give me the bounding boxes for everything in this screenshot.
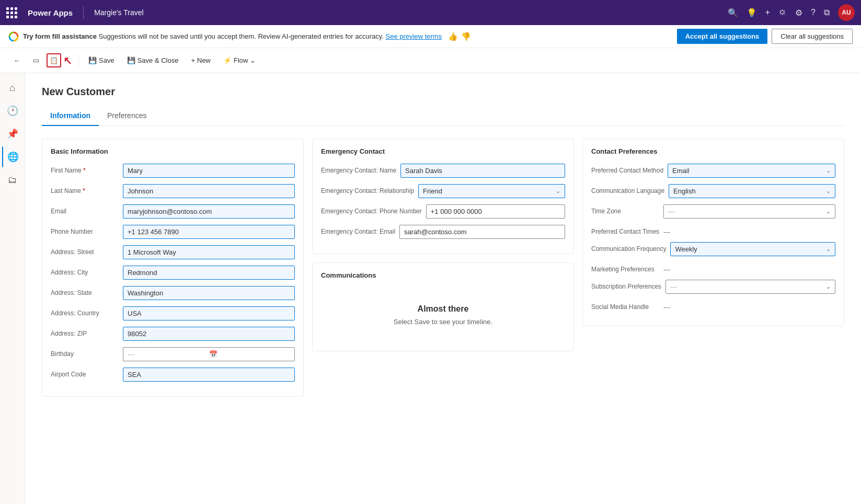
contact-preferences-section: Contact Preferences Preferred Contact Me… — [582, 139, 844, 326]
ec-name-input[interactable] — [400, 164, 565, 178]
street-field: Address: Street — [51, 245, 295, 259]
communication-language-label: Communication Language — [591, 184, 664, 194]
grid-menu-button[interactable] — [6, 7, 17, 18]
social-media-handle-label: Social Media Handle — [591, 300, 659, 311]
state-input[interactable] — [123, 286, 295, 300]
zip-input[interactable] — [123, 327, 295, 341]
preferred-contact-method-label: Preferred Contact Method — [591, 164, 663, 174]
subscription-chevron-icon: ⌄ — [826, 283, 831, 290]
ai-banner-badge: Try form fill assistance — [23, 32, 97, 40]
top-navigation: Power Apps Margie's Travel 🔍 💡 + ⛭ ⚙ ? ⧉… — [0, 0, 861, 25]
accept-all-button[interactable]: Accept all suggestions — [677, 29, 768, 44]
form-sections: Basic Information First Name * Last Name… — [42, 139, 844, 397]
ec-email-label: Emergency Contact: Email — [321, 225, 395, 235]
communications-title: Communications — [321, 271, 565, 279]
sidebar-item-globe[interactable]: 🌐 — [2, 146, 23, 167]
lightbulb-icon[interactable]: 💡 — [747, 8, 757, 18]
communication-language-select[interactable]: English ⌄ — [669, 184, 835, 198]
avatar[interactable]: AU — [838, 4, 855, 21]
clear-all-button[interactable]: Clear all suggestions — [772, 29, 853, 44]
contact-preferences-title: Contact Preferences — [591, 147, 835, 155]
paste-icon: 📋 — [50, 56, 58, 64]
almost-there-heading: Almost there — [329, 304, 557, 314]
last-name-input[interactable] — [123, 184, 295, 198]
share-icon[interactable]: ⧉ — [824, 8, 830, 17]
flow-label: Flow — [234, 56, 248, 64]
main-content: New Customer Information Preferences Bas… — [25, 73, 861, 504]
filter-icon[interactable]: ⛭ — [778, 8, 787, 17]
sidebar-item-pin[interactable]: 📌 — [2, 123, 23, 144]
help-icon[interactable]: ? — [811, 8, 816, 17]
sidebar-item-database[interactable]: 🗂 — [2, 169, 23, 190]
arrow-indicator: ↖ — [63, 54, 72, 67]
tab-bar: Information Preferences — [42, 106, 844, 126]
tab-information[interactable]: Information — [42, 106, 99, 126]
last-name-field: Last Name * — [51, 184, 295, 198]
app-name[interactable]: Margie's Travel — [88, 8, 150, 17]
timezone-chevron-icon: ⌄ — [826, 208, 831, 215]
airport-input[interactable] — [123, 368, 295, 382]
ec-email-input[interactable] — [399, 225, 565, 239]
brand-label: Power Apps — [21, 8, 79, 17]
country-input[interactable] — [123, 306, 295, 320]
ec-relationship-select[interactable]: Friend ⌄ — [418, 184, 565, 198]
phone-label: Phone Number — [51, 225, 119, 235]
save-close-label: Save & Close — [137, 56, 179, 64]
calendar-icon[interactable]: 📅 — [209, 350, 291, 358]
city-input[interactable] — [123, 266, 295, 280]
country-field: Address: Country — [51, 306, 295, 320]
first-name-input[interactable] — [123, 164, 295, 178]
phone-input[interactable] — [123, 225, 295, 239]
search-icon[interactable]: 🔍 — [728, 8, 738, 18]
new-button[interactable]: + New — [186, 53, 216, 67]
new-window-icon: ▭ — [33, 56, 39, 64]
zip-field: Address: ZIP — [51, 327, 295, 341]
app-layout: ⌂ 🕐 📌 🌐 🗂 New Customer Information Prefe… — [0, 73, 861, 504]
thumbs-down-icon[interactable]: 👎 — [461, 32, 471, 41]
marketing-preferences-value: --- — [663, 262, 670, 273]
country-label: Address: Country — [51, 306, 119, 317]
preferred-contact-chevron-icon: ⌄ — [826, 167, 831, 174]
save-close-icon: 💾 — [127, 56, 135, 64]
tab-preferences[interactable]: Preferences — [99, 106, 155, 126]
flow-button[interactable]: ⚡ Flow ⌄ — [218, 53, 261, 67]
timezone-select[interactable]: --- ⌄ — [663, 204, 835, 219]
subscription-preferences-select[interactable]: --- ⌄ — [665, 280, 835, 294]
paste-button[interactable]: 📋 — [47, 53, 61, 67]
ai-banner: Try form fill assistance Suggestions wil… — [0, 25, 861, 48]
settings-icon[interactable]: ⚙ — [795, 8, 802, 18]
save-button[interactable]: 💾 Save — [83, 53, 120, 67]
marketing-preferences-field: Marketing Preferences --- — [591, 262, 835, 273]
preferred-contact-method-select[interactable]: Email ⌄ — [668, 164, 835, 178]
birthday-date-picker[interactable]: --- 📅 — [123, 347, 295, 361]
first-name-label: First Name * — [51, 164, 119, 174]
email-input[interactable] — [123, 204, 295, 219]
plus-icon[interactable]: + — [765, 8, 770, 17]
communication-frequency-select[interactable]: Weekly ⌄ — [670, 242, 835, 256]
page-title: New Customer — [42, 86, 844, 98]
thumbs-up-icon[interactable]: 👍 — [448, 32, 458, 41]
sidebar-item-home[interactable]: ⌂ — [2, 77, 23, 98]
flow-icon: ⚡ — [223, 56, 232, 64]
back-icon: ← — [14, 56, 20, 64]
back-button[interactable]: ← — [8, 53, 26, 67]
ec-name-label: Emergency Contact: Name — [321, 164, 396, 174]
sidebar-item-clock[interactable]: 🕐 — [2, 100, 23, 121]
marketing-preferences-label: Marketing Preferences — [591, 262, 659, 273]
ec-name-field: Emergency Contact: Name — [321, 164, 565, 178]
middle-column: Emergency Contact Emergency Contact: Nam… — [312, 139, 574, 351]
subscription-preferences-field: Subscription Preferences --- ⌄ — [591, 280, 835, 294]
subscription-preferences-value: --- — [670, 283, 677, 291]
state-label: Address: State — [51, 286, 119, 296]
nav-separator — [83, 6, 84, 19]
basic-info-title: Basic Information — [51, 147, 295, 155]
city-field: Address: City — [51, 266, 295, 280]
ai-banner-link[interactable]: See preview terms — [385, 32, 442, 40]
ec-phone-input[interactable] — [426, 204, 565, 219]
save-close-button[interactable]: 💾 Save & Close — [122, 53, 184, 67]
comm-lang-chevron-icon: ⌄ — [826, 188, 831, 194]
zip-label: Address: ZIP — [51, 327, 119, 337]
street-input[interactable] — [123, 245, 295, 259]
new-window-button[interactable]: ▭ — [28, 53, 44, 67]
communication-frequency-field: Communication Frequency Weekly ⌄ — [591, 242, 835, 256]
